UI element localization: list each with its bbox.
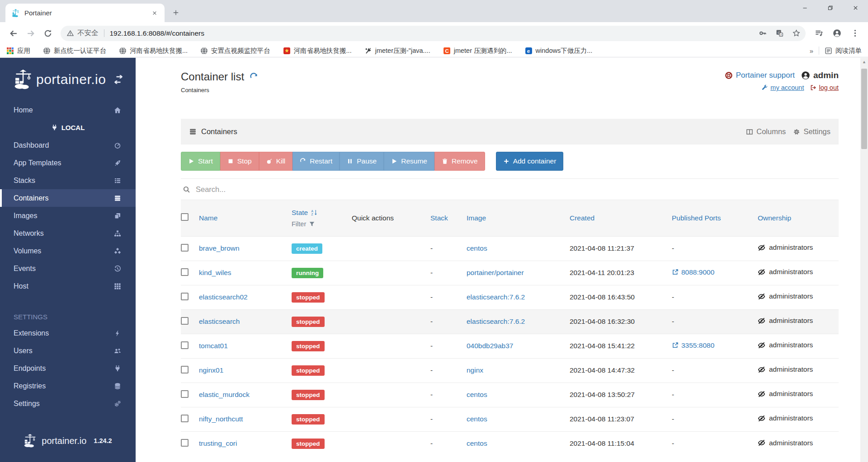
sidebar-item-events[interactable]: Events <box>0 260 136 277</box>
bookmark-item[interactable]: jmeter压测-"java.... <box>364 47 430 55</box>
container-name-link[interactable]: elastic_murdock <box>199 391 250 398</box>
row-checkbox[interactable] <box>181 268 189 276</box>
scrollbar-up-arrow[interactable]: ▲ <box>860 58 868 65</box>
container-name-link[interactable]: nginx01 <box>199 366 223 374</box>
image-link[interactable]: 040bdb29ab37 <box>467 342 513 350</box>
bookmarks-overflow-chevron[interactable]: » <box>810 47 813 55</box>
media-playlist-icon[interactable] <box>811 26 826 41</box>
kill-button[interactable]: Kill <box>259 152 293 171</box>
image-link[interactable]: centos <box>467 439 487 447</box>
restart-button[interactable]: Restart <box>292 152 340 171</box>
sort-by-ports[interactable]: Published Ports <box>672 214 721 222</box>
row-checkbox[interactable] <box>181 390 189 398</box>
row-checkbox[interactable] <box>181 439 189 447</box>
image-link[interactable]: portainer/portainer <box>467 269 524 276</box>
window-restore-button[interactable] <box>817 0 843 15</box>
address-bar[interactable]: 不安全 192.168.1.6:8088/#/containers GA <box>61 26 806 41</box>
sort-by-state[interactable]: State <box>292 209 308 217</box>
user-menu[interactable]: admin <box>801 70 839 80</box>
columns-button[interactable]: Columns <box>746 127 786 136</box>
password-key-icon[interactable] <box>759 29 767 37</box>
translate-icon[interactable]: GA <box>776 29 783 37</box>
sidebar-item-endpoints[interactable]: Endpoints <box>0 359 136 377</box>
profile-avatar-icon[interactable] <box>829 26 844 41</box>
sidebar-item-networks[interactable]: Networks <box>0 224 136 242</box>
bookmark-item[interactable]: 应用 <box>6 47 30 55</box>
sidebar-collapse-icon[interactable] <box>113 74 124 85</box>
back-button[interactable] <box>6 26 21 41</box>
published-port-link[interactable]: 8088:9000 <box>672 268 714 276</box>
resume-button[interactable]: Resume <box>384 152 434 171</box>
image-link[interactable]: elasticsearch:7.6.2 <box>467 317 525 325</box>
bookmark-item[interactable]: 河南省易地扶贫搬... <box>119 47 188 55</box>
container-name-link[interactable]: elasticsearch <box>199 317 240 325</box>
sidebar-item-stacks[interactable]: Stacks <box>0 172 136 189</box>
stop-button[interactable]: Stop <box>220 152 259 171</box>
refresh-icon[interactable] <box>250 73 258 81</box>
forward-button[interactable] <box>24 26 38 41</box>
browser-tab[interactable]: Portainer <box>5 4 165 22</box>
portainer-support-link[interactable]: Portainer support <box>725 71 795 80</box>
new-tab-button[interactable] <box>168 5 184 20</box>
window-minimize-button[interactable] <box>792 0 817 15</box>
row-checkbox[interactable] <box>181 415 189 422</box>
image-link[interactable]: centos <box>467 244 487 252</box>
container-name-link[interactable]: brave_brown <box>199 244 240 252</box>
sidebar-item-app-templates[interactable]: App Templates <box>0 154 136 172</box>
bookmark-item[interactable]: 河南省易地扶贫搬... <box>283 47 352 55</box>
bookmark-item[interactable]: Cjmeter 压测遇到的... <box>443 47 512 55</box>
row-checkbox[interactable] <box>181 317 189 325</box>
image-link[interactable]: nginx <box>467 366 483 374</box>
portainer-logo[interactable]: portainer.io <box>14 70 106 89</box>
bookmark-item[interactable]: ewindows下做压力... <box>525 47 593 55</box>
reload-button[interactable] <box>41 26 55 41</box>
state-filter-button[interactable]: Filter <box>292 220 352 228</box>
sort-by-stack[interactable]: Stack <box>430 214 448 222</box>
sidebar-item-volumes[interactable]: Volumes <box>0 242 136 260</box>
container-name-link[interactable]: tomcat01 <box>199 342 228 350</box>
published-port-link[interactable]: 3355:8080 <box>672 341 714 350</box>
sidebar-item-registries[interactable]: Registries <box>0 377 136 395</box>
sort-by-created[interactable]: Created <box>570 214 594 222</box>
sidebar-item-dashboard[interactable]: Dashboard <box>0 136 136 154</box>
sort-by-image[interactable]: Image <box>467 214 486 222</box>
image-link[interactable]: centos <box>467 391 487 398</box>
image-link[interactable]: elasticsearch:7.6.2 <box>467 293 525 301</box>
sidebar-item-images[interactable]: Images <box>0 207 136 224</box>
pause-button[interactable]: Pause <box>340 152 384 171</box>
bookmark-star-icon[interactable] <box>793 29 800 37</box>
row-checkbox[interactable] <box>181 341 189 349</box>
row-checkbox[interactable] <box>181 366 189 373</box>
row-checkbox[interactable] <box>181 293 189 300</box>
container-name-link[interactable]: nifty_northcutt <box>199 415 243 423</box>
container-name-link[interactable]: trusting_cori <box>199 439 237 447</box>
tab-close-icon[interactable] <box>150 9 159 18</box>
sort-by-ownership[interactable]: Ownership <box>758 214 791 222</box>
table-settings-button[interactable]: Settings <box>793 127 830 136</box>
search-input[interactable] <box>196 185 837 194</box>
start-button[interactable]: Start <box>181 152 220 171</box>
row-checkbox[interactable] <box>181 244 189 252</box>
add-container-button[interactable]: Add container <box>496 152 564 171</box>
sidebar-item-containers[interactable]: Containers <box>0 189 136 207</box>
container-name-link[interactable]: kind_wiles <box>199 269 231 276</box>
sidebar-item-extensions[interactable]: Extensions <box>0 324 136 342</box>
bookmark-item[interactable]: 新点统一认证平台 <box>43 47 106 55</box>
scrollbar-thumb[interactable] <box>861 69 867 149</box>
sidebar-item-settings[interactable]: Settings <box>0 395 136 412</box>
sidebar-item-host[interactable]: Host <box>0 277 136 295</box>
menu-dots-icon[interactable] <box>847 26 863 41</box>
sidebar-item-users[interactable]: Users <box>0 342 136 359</box>
container-name-link[interactable]: elasticsearch02 <box>199 293 248 301</box>
sort-by-name[interactable]: Name <box>199 214 217 222</box>
page-scrollbar[interactable]: ▲ <box>860 58 868 462</box>
sidebar-item-home[interactable]: Home <box>0 101 136 119</box>
image-link[interactable]: centos <box>467 415 487 423</box>
reading-list-button[interactable]: 阅读清单 <box>825 47 862 55</box>
bookmark-item[interactable]: 安置点视频监控平台 <box>200 47 270 55</box>
remove-button[interactable]: Remove <box>434 152 485 171</box>
select-all-checkbox[interactable] <box>181 213 189 221</box>
log-out-link[interactable]: log out <box>810 84 839 91</box>
window-close-button[interactable] <box>843 0 868 15</box>
my-account-link[interactable]: my account <box>762 84 804 91</box>
